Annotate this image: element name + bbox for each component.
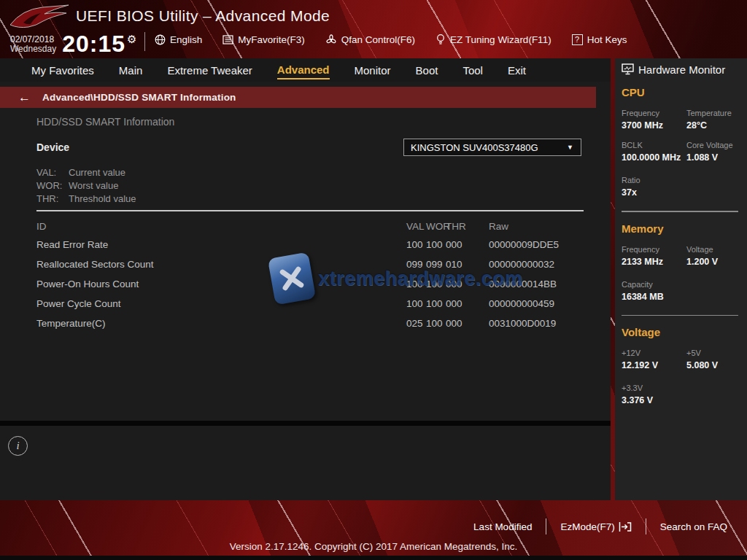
tab-extreme-tweaker[interactable]: Extreme Tweaker (167, 61, 252, 79)
memory-voltage-label: Voltage (686, 245, 741, 254)
hot-keys-label: Hot Keys (587, 34, 627, 45)
app-title: UEFI BIOS Utility – Advanced Mode (76, 7, 330, 25)
hardware-monitor-title: Hardware Monitor (638, 63, 725, 76)
cpu-temperature-value: 28°C (686, 120, 741, 131)
tab-exit[interactable]: Exit (508, 61, 526, 79)
question-box-icon: ? (572, 34, 583, 45)
ratio-value: 37x (622, 187, 741, 198)
v12-value: 12.192 V (622, 360, 681, 370)
bclk-value: 100.0000 MHz (622, 152, 681, 163)
clock-block: 02/07/2018 Wednesday 20:15⚙ (10, 31, 137, 58)
hw-divider (622, 315, 738, 316)
tab-advanced[interactable]: Advanced (277, 61, 330, 79)
rog-logo-icon (9, 3, 70, 32)
device-selected-value: KINGSTON SUV400S37480G (404, 142, 567, 153)
bottom-strip (0, 556, 747, 560)
cpu-frequency-label: Frequency (622, 109, 681, 117)
memory-section-title: Memory (622, 222, 741, 235)
col-val: VAL (406, 221, 426, 232)
v5-label: +5V (686, 349, 741, 357)
back-arrow-icon[interactable]: ← (18, 90, 31, 105)
col-wor: WOR (426, 221, 446, 232)
top-separator (144, 32, 145, 51)
version-text: Version 2.17.1246. Copyright (C) 2017 Am… (0, 541, 747, 552)
hw-divider (622, 211, 738, 212)
cpu-section-title: CPU (622, 86, 741, 98)
qfan-control-button[interactable]: Qfan Control(F6) (325, 34, 415, 45)
weekday: Wednesday (10, 44, 56, 54)
smart-table: ID VAL WOR THR Raw Read Error Rate 100 1… (36, 210, 584, 333)
monitor-icon (622, 63, 634, 75)
voltage-stats: +12V 12.192 V +5V 5.080 V (622, 349, 741, 370)
cpu-stats-2: BCLK 100.0000 MHz Core Voltage 1.088 V (622, 141, 741, 163)
legend-thr: THR: Threshold value (36, 192, 136, 206)
hot-keys-button[interactable]: ? Hot Keys (572, 34, 627, 45)
time-settings-gear-icon[interactable]: ⚙ (127, 33, 137, 45)
table-row: Power Cycle Count 100 100 000 0000000004… (36, 294, 584, 314)
table-divider (36, 210, 584, 211)
smart-legend: VAL: Current value WOR: Worst value THR:… (36, 166, 136, 206)
voltage-section-title: Voltage (622, 326, 741, 338)
top-menu: English MyFavorite(F3) (155, 34, 627, 45)
hardware-monitor-panel: Hardware Monitor CPU Frequency 3700 MHz … (615, 58, 747, 500)
breadcrumb: ← Advanced\HDD/SSD SMART Information (0, 87, 596, 108)
qfan-icon (325, 34, 337, 45)
core-voltage-label: Core Voltage (686, 141, 741, 149)
device-dropdown[interactable]: KINGSTON SUV400S37480G ▼ (403, 139, 581, 156)
breadcrumb-text: Advanced\HDD/SSD SMART Information (42, 92, 236, 103)
language-label: English (170, 34, 202, 45)
tab-monitor[interactable]: Monitor (355, 61, 391, 79)
last-modified-button[interactable]: Last Modified (460, 521, 546, 532)
v12-label: +12V (622, 349, 681, 357)
chevron-down-icon: ▼ (567, 144, 581, 151)
page-title: HDD/SSD SMART Information (36, 116, 174, 128)
search-on-faq-button[interactable]: Search on FAQ (646, 521, 741, 532)
tab-tool[interactable]: Tool (462, 61, 483, 79)
ez-mode-exit-icon (619, 521, 632, 532)
memory-voltage-value: 1.200 V (686, 257, 741, 267)
hardware-monitor-header: Hardware Monitor (615, 58, 747, 80)
globe-icon (155, 34, 166, 45)
language-button[interactable]: English (155, 34, 202, 45)
myfavorite-button[interactable]: MyFavorite(F3) (222, 34, 305, 45)
panel-divider (0, 421, 611, 426)
col-thr: THR (446, 221, 465, 232)
capacity-value: 16384 MB (622, 292, 741, 302)
v33-label: +3.3V (622, 384, 741, 392)
cpu-frequency-value: 3700 MHz (622, 120, 681, 131)
date-block: 02/07/2018 Wednesday (10, 35, 56, 54)
bios-screen: UEFI BIOS Utility – Advanced Mode 02/07/… (0, 0, 747, 560)
legend-wor: WOR: Worst value (36, 179, 136, 192)
capacity-label: Capacity (622, 280, 741, 289)
v33-value: 3.376 V (622, 395, 741, 405)
myfavorite-icon (222, 35, 233, 44)
legend-val: VAL: Current value (36, 166, 136, 179)
cpu-temperature-label: Temperature (686, 109, 741, 117)
device-label: Device (36, 141, 69, 153)
v33-stat: +3.3V 3.376 V (622, 384, 741, 405)
nav-bar: My Favorites Main Extreme Tweaker Advanc… (0, 58, 611, 82)
myfavorite-label: MyFavorite(F3) (238, 34, 305, 45)
v5-value: 5.080 V (686, 360, 741, 370)
footer-actions: Last Modified EzMode(F7) Search on FAQ (460, 518, 741, 534)
tab-boot[interactable]: Boot (416, 61, 438, 79)
cpu-ratio: Ratio 37x (622, 176, 741, 198)
top-banner: UEFI BIOS Utility – Advanced Mode 02/07/… (0, 0, 747, 58)
core-voltage-value: 1.088 V (686, 152, 741, 163)
tab-my-favorites[interactable]: My Favorites (31, 61, 94, 79)
time: 20:15⚙ (62, 31, 137, 58)
date: 02/07/2018 (10, 35, 56, 44)
wizard-bulb-icon (436, 34, 446, 45)
memory-capacity: Capacity 16384 MB (622, 280, 741, 302)
tab-main[interactable]: Main (119, 61, 143, 79)
table-row: Power-On Hours Count 100 100 000 0000000… (36, 274, 584, 294)
col-raw: Raw (489, 221, 584, 232)
memory-frequency-value: 2133 MHz (622, 257, 681, 267)
table-header-row: ID VAL WOR THR Raw (36, 217, 584, 235)
table-row: Reallocated Sectors Count 099 099 010 00… (36, 254, 584, 274)
ez-mode-button[interactable]: EzMode(F7) (546, 521, 645, 532)
info-icon: i (8, 436, 28, 456)
ez-tuning-wizard-button[interactable]: EZ Tuning Wizard(F11) (436, 34, 551, 45)
table-row: Read Error Rate 100 100 000 00000009DDE5 (36, 235, 584, 254)
bclk-label: BCLK (622, 141, 681, 149)
